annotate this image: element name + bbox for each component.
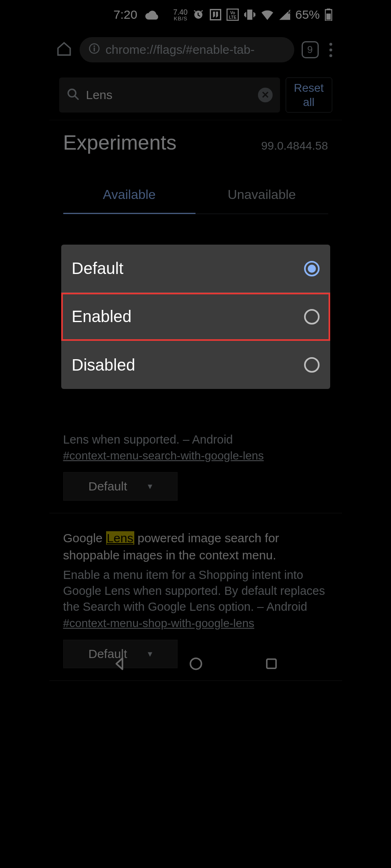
svg-rect-0 (211, 10, 221, 20)
nfc-icon (209, 9, 222, 21)
wifi-icon (261, 9, 274, 20)
svg-point-9 (93, 45, 95, 47)
popup-option-label: Enabled (72, 307, 132, 326)
tab-unavailable[interactable]: Unavailable (196, 179, 328, 214)
alarm-icon (192, 9, 204, 21)
select-popup: DefaultEnabledDisabled (61, 245, 330, 389)
svg-line-12 (75, 96, 78, 99)
battery-icon (325, 9, 332, 21)
flag-hash-link[interactable]: #context-menu-search-with-google-lens (63, 449, 328, 462)
popup-option-disabled[interactable]: Disabled (61, 341, 330, 389)
svg-rect-14 (267, 659, 276, 668)
svg-text:LTE: LTE (229, 15, 236, 20)
status-time: 7:20 (113, 8, 137, 22)
svg-point-11 (68, 89, 76, 97)
home-icon[interactable] (56, 41, 72, 59)
radio-icon (304, 357, 320, 373)
svg-rect-7 (326, 13, 331, 20)
flag-hash-link[interactable]: #context-menu-shop-with-google-lens (63, 617, 328, 630)
popup-option-label: Default (72, 259, 124, 278)
browser-toolbar: chrome://flags/#enable-tab- 9 (49, 29, 342, 70)
tab-switcher[interactable]: 9 (302, 41, 319, 58)
flag-title: Google Lens powered image search for sho… (63, 530, 328, 564)
svg-rect-10 (93, 47, 95, 51)
cloud-icon (145, 10, 159, 20)
battery-percent: 65% (295, 8, 320, 22)
reset-all-button[interactable]: Reset all (286, 77, 332, 113)
svg-point-13 (190, 658, 201, 669)
page-info-icon[interactable] (89, 43, 100, 57)
recents-icon[interactable] (264, 657, 278, 672)
back-icon[interactable] (113, 656, 127, 673)
popup-option-default[interactable]: Default (61, 245, 330, 293)
chrome-version: 99.0.4844.58 (261, 139, 328, 152)
clear-search-icon[interactable]: ✕ (258, 88, 273, 102)
signal-icon: x (279, 9, 290, 20)
chevron-down-icon: ▾ (148, 481, 152, 492)
svg-text:Vo: Vo (230, 11, 235, 15)
radio-icon (304, 309, 320, 325)
search-icon (67, 88, 80, 102)
url-text: chrome://flags/#enable-tab- (106, 43, 255, 57)
search-input[interactable]: Lens ✕ (59, 77, 280, 113)
overflow-menu-icon[interactable] (326, 40, 335, 60)
tab-bar: Available Unavailable (63, 179, 328, 214)
svg-rect-6 (327, 9, 330, 10)
volte-icon: VoLTE (227, 9, 239, 21)
status-bar: 7:20 7.40 KB/S VoLTE (49, 0, 342, 29)
flag-description: Lens when supported. – Android (63, 432, 328, 448)
network-speed: 7.40 KB/S (173, 9, 187, 21)
home-nav-icon[interactable] (189, 656, 203, 673)
android-nav-bar (49, 648, 342, 681)
search-value: Lens (86, 88, 251, 102)
popup-option-label: Disabled (72, 356, 136, 374)
omnibox[interactable]: chrome://flags/#enable-tab- (80, 37, 294, 62)
vibrate-icon (244, 9, 256, 21)
flag-description: Enable a menu item for a Shopping intent… (63, 567, 328, 615)
flag-select[interactable]: Default ▾ (63, 472, 178, 501)
radio-icon (304, 261, 320, 276)
page-title: Experiments (63, 131, 177, 155)
popup-option-enabled[interactable]: Enabled (61, 293, 330, 341)
svg-text:x: x (288, 9, 291, 15)
tab-available[interactable]: Available (63, 179, 196, 214)
